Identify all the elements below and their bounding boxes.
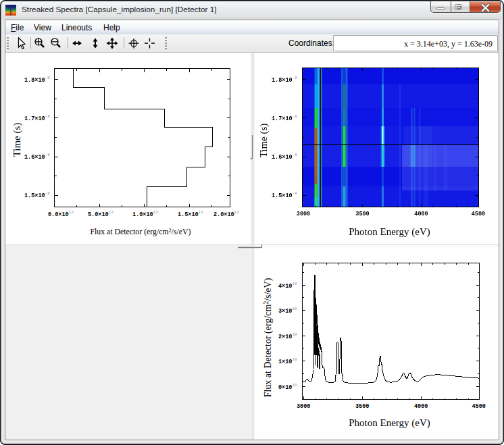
svg-text:Time (s): Time (s) xyxy=(11,123,23,157)
svg-text:2.0×1013: 2.0×1013 xyxy=(213,210,239,218)
svg-text:1.0×1013: 1.0×1013 xyxy=(132,210,158,218)
svg-text:Flux at Detector (erg/cm2/s/eV: Flux at Detector (erg/cm2/s/eV) xyxy=(263,278,274,397)
svg-text:1.5×10-8: 1.5×10-8 xyxy=(24,191,50,199)
svg-text:3×1010: 3×1010 xyxy=(278,307,297,315)
svg-text:1.6×10-8: 1.6×10-8 xyxy=(272,153,297,161)
svg-text:Flux at Detector (erg/cm2/s/eV: Flux at Detector (erg/cm2/s/eV) xyxy=(91,227,191,236)
svg-text:Photon Energy (eV): Photon Energy (eV) xyxy=(349,226,430,238)
svg-text:2×1010: 2×1010 xyxy=(278,332,297,340)
svg-text:1.7×10-8: 1.7×10-8 xyxy=(272,114,297,122)
svg-text:3500: 3500 xyxy=(355,403,369,410)
svg-text:1.5×10-8: 1.5×10-8 xyxy=(272,191,297,199)
svg-text:4000: 4000 xyxy=(414,211,428,217)
svg-text:Time (s): Time (s) xyxy=(258,124,270,158)
svg-text:4×1010: 4×1010 xyxy=(278,282,297,290)
svg-text:1.6×10-8: 1.6×10-8 xyxy=(24,153,50,161)
svg-text:3500: 3500 xyxy=(355,211,369,217)
svg-text:1×1010: 1×1010 xyxy=(278,357,297,365)
svg-text:Photon Energy (eV): Photon Energy (eV) xyxy=(349,417,430,429)
svg-text:1.7×10-8: 1.7×10-8 xyxy=(24,114,50,122)
svg-text:4500: 4500 xyxy=(472,403,486,410)
svg-text:4500: 4500 xyxy=(472,211,485,217)
svg-text:1.8×10-8: 1.8×10-8 xyxy=(24,76,50,84)
svg-text:1.8×10-8: 1.8×10-8 xyxy=(272,76,297,84)
svg-text:5.0×1012: 5.0×1012 xyxy=(88,210,114,218)
svg-text:1.5×1013: 1.5×1013 xyxy=(178,210,203,218)
svg-text:3000: 3000 xyxy=(297,403,310,410)
svg-text:0.0×1013: 0.0×1013 xyxy=(48,210,74,218)
svg-text:3000: 3000 xyxy=(297,211,310,217)
svg-text:4000: 4000 xyxy=(414,403,428,410)
svg-text:0×1010: 0×1010 xyxy=(278,383,297,391)
